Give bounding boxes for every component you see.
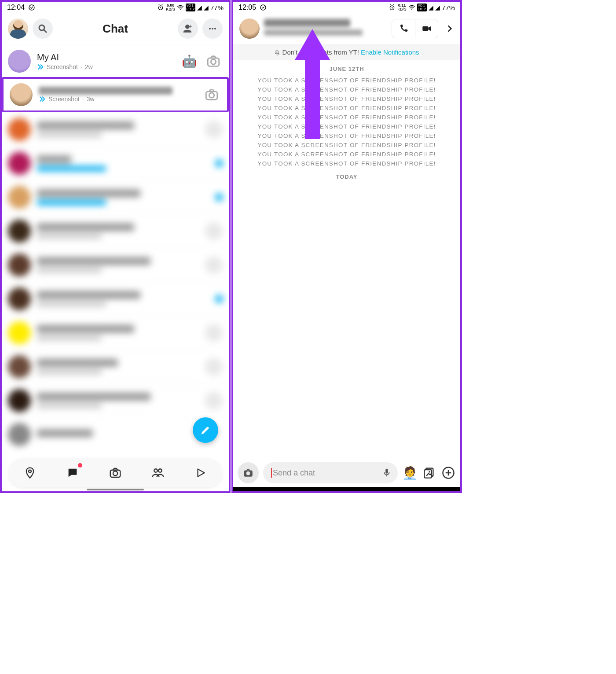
gallery-icon — [423, 467, 435, 479]
status-bar: 12:04 6.00KB/S VO 1LTE 2 ◢ ◢ 77% — [2, 2, 229, 13]
text-cursor — [271, 468, 272, 478]
plus-circle-icon — [442, 466, 455, 479]
gallery-button[interactable] — [422, 465, 436, 480]
nav-camera[interactable] — [106, 464, 124, 482]
camera-icon — [204, 87, 219, 102]
streak-emoji: 🤖 — [182, 54, 197, 69]
profile-button[interactable] — [8, 18, 28, 39]
add-friend-button[interactable] — [178, 18, 198, 39]
battery-text: 77% — [210, 4, 224, 11]
svg-point-14 — [154, 469, 158, 472]
svg-point-18 — [411, 9, 412, 10]
svg-point-16 — [260, 5, 266, 10]
svg-point-5 — [212, 28, 213, 29]
svg-point-11 — [29, 470, 31, 473]
mic-icon — [382, 467, 392, 478]
chat-list-item-selected[interactable]: Screenshot·3w — [2, 77, 229, 112]
chat-detail-header[interactable] — [233, 13, 460, 44]
new-chat-fab[interactable] — [193, 417, 218, 443]
svg-point-25 — [429, 471, 430, 473]
date-separator: JUNE 12TH — [233, 66, 460, 72]
system-message: YOU TOOK A SCREENSHOT OF FRIENDSHIP PROF… — [233, 113, 460, 122]
svg-point-2 — [180, 9, 181, 10]
alarm-icon — [157, 4, 164, 11]
screenshot-right: 12:05 0.11KB/S VO 1LTE 2 ◢ ◢ 77% — [231, 0, 462, 493]
svg-rect-19 — [422, 26, 428, 31]
avatar — [10, 83, 33, 106]
chat-header: Chat — [2, 13, 229, 45]
status-time: 12:05 — [238, 4, 256, 11]
svg-rect-22 — [385, 469, 388, 474]
system-messages: YOU TOOK A SCREENSHOT OF FRIENDSHIP PROF… — [233, 76, 460, 168]
system-message: YOU TOOK A SCREENSHOT OF FRIENDSHIP PROF… — [233, 150, 460, 159]
signal-icon-1: ◢ — [197, 4, 202, 11]
search-button[interactable] — [33, 18, 53, 39]
blurred-chat-list — [2, 112, 229, 447]
chat-status: Screenshot·3w — [39, 96, 196, 103]
video-call-button[interactable] — [415, 19, 438, 38]
screenshot-icon — [37, 63, 44, 70]
system-message: YOU TOOK A SCREENSHOT OF FRIENDSHIP PROF… — [233, 122, 460, 131]
nav-spotlight[interactable] — [192, 464, 209, 482]
mic-button[interactable] — [382, 467, 392, 478]
chat-status: Screenshot·2w — [37, 63, 176, 70]
camera-icon — [206, 54, 221, 69]
bitmoji-button[interactable]: 🧑‍💼 — [402, 465, 417, 480]
system-message: YOU TOOK A SCREENSHOT OF FRIENDSHIP PROF… — [233, 131, 460, 140]
location-icon — [24, 467, 36, 479]
wifi-icon — [408, 4, 415, 11]
nav-stories[interactable] — [149, 464, 167, 482]
video-icon — [421, 23, 433, 34]
lte-badge-1: VO 1LTE 2 — [186, 4, 195, 11]
camera-button[interactable] — [238, 462, 259, 483]
camera-button[interactable] — [204, 52, 223, 70]
input-placeholder: Send a chat — [273, 468, 315, 478]
svg-point-4 — [209, 28, 211, 29]
chat-name: My AI — [37, 52, 176, 63]
chat-icon — [66, 467, 79, 479]
svg-point-0 — [29, 5, 34, 10]
chat-text-input[interactable]: Send a chat — [263, 462, 398, 483]
page-title: Chat — [57, 22, 173, 36]
more-icon — [207, 23, 218, 34]
svg-point-8 — [211, 59, 216, 64]
call-buttons — [392, 19, 438, 38]
contact-name-redacted — [264, 19, 387, 38]
signal-icon-2: ◢ — [435, 4, 440, 11]
wifi-icon — [177, 4, 184, 11]
nav-bar-black — [233, 487, 460, 491]
add-button[interactable] — [441, 465, 456, 480]
people-icon — [151, 466, 165, 479]
chat-list-item[interactable]: My AI Screenshot·2w 🤖 — [2, 45, 229, 77]
add-person-icon — [182, 23, 194, 34]
camera-button[interactable] — [202, 85, 221, 104]
bottom-nav — [9, 459, 222, 487]
alarm-icon — [389, 4, 396, 11]
nav-chat[interactable] — [64, 464, 81, 482]
notification-banner[interactable]: Don't miss Chats from YT! Enable Notific… — [233, 44, 460, 60]
chevron-right-icon — [445, 24, 454, 33]
data-speed: 6.00KB/S — [166, 4, 175, 11]
system-message: YOU TOOK A SCREENSHOT OF FRIENDSHIP PROF… — [233, 94, 460, 103]
phone-icon — [398, 23, 409, 34]
status-bar: 12:05 0.11KB/S VO 1LTE 2 ◢ ◢ 77% — [233, 2, 460, 13]
svg-point-13 — [113, 471, 117, 475]
screenshot-left: 12:04 6.00KB/S VO 1LTE 2 ◢ ◢ 77% Chat — [0, 0, 231, 493]
compose-icon — [200, 425, 211, 435]
system-message: YOU TOOK A SCREENSHOT OF FRIENDSHIP PROF… — [233, 159, 460, 168]
data-speed: 0.11KB/S — [397, 4, 407, 11]
profile-arrow-button[interactable] — [443, 24, 457, 33]
more-button[interactable] — [202, 18, 223, 39]
notification-dot — [78, 463, 82, 468]
nav-map[interactable] — [21, 464, 39, 482]
svg-point-21 — [246, 471, 250, 475]
battery-text: 77% — [442, 4, 455, 11]
system-message: YOU TOOK A SCREENSHOT OF FRIENDSHIP PROF… — [233, 140, 460, 150]
camera-icon — [242, 467, 254, 479]
svg-point-6 — [214, 28, 216, 29]
status-time: 12:04 — [7, 4, 25, 11]
notif-link[interactable]: Enable Notifications — [361, 48, 419, 56]
signal-icon-2: ◢ — [204, 4, 209, 11]
bitmoji-icon: 🧑‍💼 — [402, 466, 418, 480]
voice-call-button[interactable] — [392, 19, 415, 38]
